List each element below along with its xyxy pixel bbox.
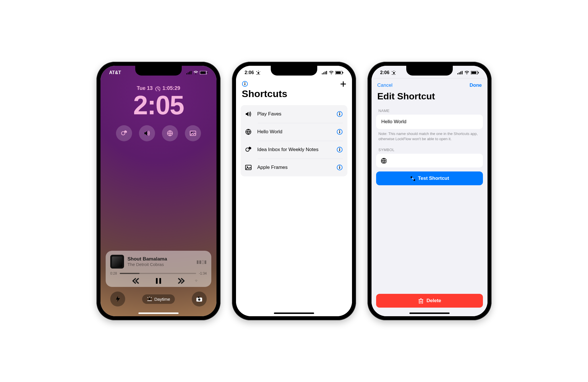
wifi-icon (465, 71, 469, 74)
track-title: Shout Bamalama (127, 256, 193, 262)
row-info-button[interactable] (336, 164, 343, 171)
signal-icon (457, 71, 463, 74)
lock-time: 2:05 (100, 92, 216, 118)
page-title: Shortcuts (236, 87, 352, 103)
speaker-icon (245, 111, 253, 117)
track-artist: The Detroit Cobras (127, 262, 193, 267)
waveform-icon: ▮▮▯▮ (196, 259, 207, 265)
idea-inbox-icon (245, 146, 253, 153)
sunrise-icon (256, 71, 260, 75)
phone-shortcuts-list: 2:06 Shortcuts Play Faves (232, 62, 356, 320)
row-info-button[interactable] (336, 129, 343, 135)
cancel-button[interactable]: Cancel (377, 82, 392, 88)
timer-icon (155, 86, 160, 91)
home-indicator[interactable] (409, 312, 450, 314)
page-title: Edit Shortcut (372, 89, 488, 107)
row-info-button[interactable] (336, 111, 343, 117)
name-input[interactable] (381, 119, 478, 125)
sunrise-icon (391, 71, 396, 75)
shortcut-label: Hello World (257, 129, 332, 135)
camera-button[interactable] (192, 292, 207, 306)
photo-icon (245, 164, 253, 171)
shortcut-row[interactable]: Hello World (241, 123, 347, 141)
home-indicator[interactable] (274, 312, 314, 314)
rewind-button[interactable] (132, 278, 139, 284)
done-button[interactable]: Done (470, 82, 482, 88)
status-time: 2:06 (380, 70, 389, 75)
scrubber[interactable] (120, 273, 196, 274)
info-button[interactable] (242, 81, 248, 87)
shortcut-row[interactable]: Idea Inbox for Weekly Notes (241, 141, 347, 159)
signal-icon (322, 71, 327, 74)
elapsed-time: 0:28 (110, 271, 117, 275)
test-shortcut-button[interactable]: Test Shortcut (376, 171, 483, 185)
wifi-icon (329, 71, 334, 74)
sunrise-icon (147, 297, 152, 301)
widget-idea-inbox[interactable] (116, 125, 132, 141)
delete-label: Delete (426, 298, 441, 304)
name-note: Note: This name should match the one in … (372, 129, 488, 146)
globe-icon (381, 158, 386, 163)
row-info-button[interactable] (336, 146, 343, 153)
widget-play-faves[interactable] (139, 125, 155, 141)
focus-label: Daytime (154, 297, 170, 302)
battery-icon (471, 71, 479, 74)
phone-lockscreen: AT&T Tue 13 1:05:29 2:05 (96, 62, 220, 320)
lock-widgets (100, 125, 216, 141)
now-playing-card[interactable]: Shout Bamalama The Detroit Cobras ▮▮▯▮ 0… (106, 251, 211, 287)
phone-edit-shortcut: 2:06 Cancel Done Edit Shortcut NAME Note… (368, 62, 492, 320)
remaining-time: -1:34 (199, 271, 207, 275)
pause-button[interactable] (155, 278, 162, 284)
symbol-section-label: SYMBOL (372, 146, 488, 154)
focus-pill[interactable]: Daytime (142, 294, 175, 304)
symbol-field[interactable] (376, 154, 483, 167)
forward-button[interactable] (178, 278, 185, 284)
shortcuts-list: Play Faves Hello World Idea Inbox for We… (241, 105, 347, 176)
shortcut-row[interactable]: Play Faves (241, 105, 347, 123)
shortcut-label: Idea Inbox for Weekly Notes (257, 147, 332, 153)
name-section-label: NAME (372, 107, 488, 115)
bolt-icon (410, 176, 415, 181)
flashlight-button[interactable] (110, 292, 125, 306)
album-art (110, 255, 124, 269)
battery-icon (335, 71, 343, 74)
delete-button[interactable]: Delete (376, 294, 483, 308)
globe-icon (245, 129, 253, 135)
airpods-icon[interactable]: ᯤ (195, 278, 199, 283)
add-button[interactable] (340, 81, 346, 87)
name-field[interactable] (376, 115, 483, 129)
shortcut-row[interactable]: Apple Frames (241, 159, 347, 176)
trash-icon (418, 298, 423, 304)
shortcut-label: Apple Frames (257, 165, 332, 170)
test-label: Test Shortcut (418, 175, 449, 181)
widget-hello-world[interactable] (162, 125, 178, 141)
widget-apple-frames[interactable] (185, 125, 201, 141)
status-time: 2:06 (245, 70, 254, 75)
shortcut-label: Play Faves (257, 111, 332, 117)
